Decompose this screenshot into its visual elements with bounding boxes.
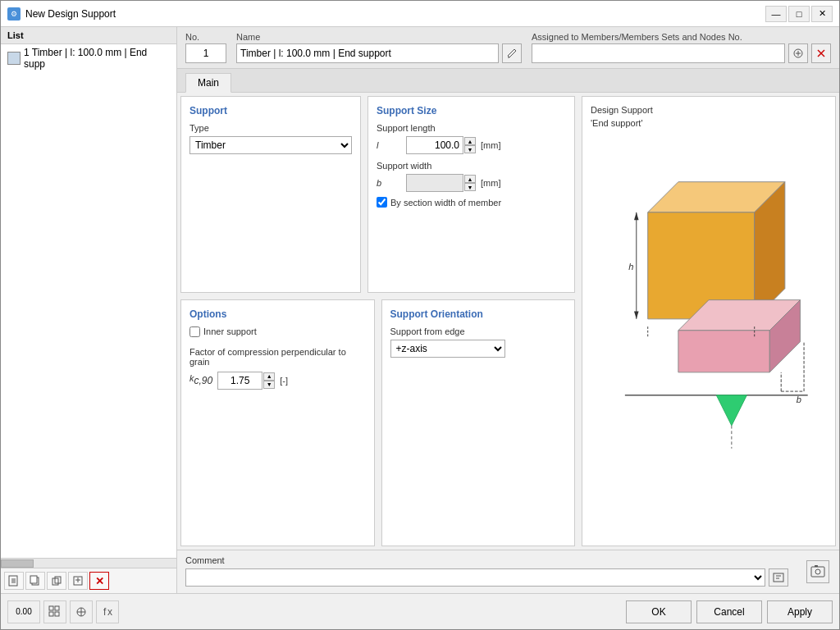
- list-scrollbar[interactable]: [1, 558, 176, 568]
- comment-edit-button[interactable]: [769, 568, 788, 587]
- main-content: List 1 Timber | l: 100.0 mm | End supp: [1, 27, 839, 593]
- kc-input[interactable]: [217, 372, 262, 390]
- edit-name-button[interactable]: [502, 43, 522, 63]
- svg-rect-42: [49, 606, 53, 610]
- assigned-select-button[interactable]: [788, 43, 808, 63]
- list-item-icon: [7, 52, 21, 65]
- length-row: l ▲ ▼ [mm]: [377, 136, 566, 154]
- type-label: Type: [189, 123, 352, 133]
- diagram-svg: h b: [602, 136, 815, 456]
- inner-support-label: Inner support: [203, 326, 257, 336]
- width-spinner: ▲ ▼: [464, 175, 476, 191]
- close-button[interactable]: ✕: [811, 6, 833, 22]
- l-label: l: [377, 140, 401, 150]
- length-down-button[interactable]: ▼: [464, 145, 476, 153]
- main-window: ⚙ New Design Support — □ ✕ List 1 Timber…: [0, 0, 840, 630]
- content-area: Support Type Timber Steel Concrete: [177, 93, 839, 550]
- title-controls: — □ ✕: [765, 6, 833, 22]
- comment-select[interactable]: [185, 568, 765, 587]
- top-section-row: Support Type Timber Steel Concrete: [177, 93, 578, 296]
- svg-rect-44: [49, 612, 53, 616]
- snap-button[interactable]: [70, 600, 93, 623]
- no-input[interactable]: [185, 43, 226, 63]
- cancel-button[interactable]: Cancel: [696, 600, 762, 623]
- new-item-button[interactable]: [4, 572, 24, 590]
- svg-text:h: h: [628, 262, 633, 272]
- kc-up-button[interactable]: ▲: [263, 372, 275, 381]
- grid-button[interactable]: [43, 600, 66, 623]
- top-fields: No. Name Assigned to Members/Members Set…: [177, 27, 839, 69]
- name-label: Name: [236, 32, 522, 42]
- coordinate-display[interactable]: 0.00: [7, 600, 40, 623]
- kc-spinner: ▲ ▼: [263, 372, 275, 389]
- factor-section: Factor of compression perpendicular to g…: [189, 347, 366, 390]
- list-item[interactable]: 1 Timber | l: 100.0 mm | End supp: [1, 44, 176, 72]
- no-field-group: No.: [185, 32, 226, 63]
- checkbox-row: By section width of member: [377, 197, 566, 208]
- options-section: Options Inner support Factor of compress…: [180, 299, 375, 546]
- bottom-row: Comment: [177, 550, 839, 593]
- inner-support-checkbox[interactable]: [189, 326, 200, 337]
- copy-button[interactable]: [47, 572, 66, 590]
- width-section-label: Support width: [377, 161, 566, 171]
- from-edge-select[interactable]: +z-axis -z-axis +y-axis -y-axis: [390, 340, 505, 358]
- by-section-label: By section width of member: [390, 198, 501, 208]
- diagram-title: Design Support: [591, 105, 827, 115]
- comment-row: [185, 568, 788, 587]
- list-item-label: 1 Timber | l: 100.0 mm | End supp: [24, 47, 170, 70]
- svg-text:x: x: [107, 606, 112, 618]
- function-button[interactable]: fx: [96, 600, 119, 623]
- options-title: Options: [189, 308, 366, 320]
- support-size-section: Support Size Support length l ▲ ▼: [368, 96, 575, 293]
- svg-marker-21: [678, 331, 769, 372]
- paste-button[interactable]: [68, 572, 88, 590]
- from-edge-label: Support from edge: [390, 326, 567, 336]
- kc-row: kc,90 ▲ ▼ [-]: [189, 372, 366, 390]
- kc-input-wrapper: ▲ ▼: [217, 372, 275, 390]
- apply-button[interactable]: Apply: [767, 600, 833, 623]
- svg-rect-36: [774, 573, 783, 582]
- length-up-button[interactable]: ▲: [464, 137, 476, 145]
- no-label: No.: [185, 32, 226, 42]
- delete-button[interactable]: ✕: [89, 572, 109, 590]
- width-input-wrapper: ▲ ▼: [406, 174, 476, 192]
- orientation-section: Support Orientation Support from edge +z…: [381, 299, 576, 546]
- width-input[interactable]: [406, 174, 463, 192]
- list-items: 1 Timber | l: 100.0 mm | End supp: [1, 44, 176, 558]
- diagram-panel: Design Support 'End support': [582, 96, 836, 546]
- duplicate-button[interactable]: [25, 572, 45, 590]
- orientation-title: Support Orientation: [390, 308, 567, 320]
- window-title: New Design Support: [25, 8, 116, 20]
- name-field-group: Name: [236, 32, 522, 63]
- tab-main[interactable]: Main: [185, 73, 231, 93]
- svg-marker-24: [634, 212, 639, 220]
- type-row: Timber Steel Concrete: [189, 136, 352, 154]
- length-input-wrapper: ▲ ▼: [406, 136, 476, 154]
- assigned-input[interactable]: [532, 43, 785, 63]
- assigned-label: Assigned to Members/Members Sets and Nod…: [532, 32, 831, 42]
- name-input[interactable]: [236, 43, 499, 63]
- svg-rect-5: [30, 576, 37, 583]
- form-panel: No. Name Assigned to Members/Members Set…: [177, 27, 839, 593]
- svg-marker-25: [634, 312, 639, 319]
- factor-label: Factor of compression perpendicular to g…: [189, 347, 366, 367]
- maximize-button[interactable]: □: [788, 6, 810, 22]
- width-row: b ▲ ▼ [mm]: [377, 174, 566, 192]
- type-select[interactable]: Timber Steel Concrete: [189, 136, 352, 154]
- app-icon: ⚙: [7, 7, 21, 21]
- assigned-group: Assigned to Members/Members Sets and Nod…: [532, 32, 831, 63]
- assigned-clear-button[interactable]: [811, 43, 831, 63]
- minimize-button[interactable]: —: [765, 6, 787, 22]
- bottom-bar: 0.00 fx OK Cancel Apply: [1, 593, 839, 629]
- width-up-button[interactable]: ▲: [464, 175, 476, 183]
- width-down-button[interactable]: ▼: [464, 183, 476, 191]
- diagram-subtitle: 'End support': [591, 118, 827, 128]
- svg-rect-41: [815, 565, 818, 567]
- photo-button[interactable]: [806, 560, 829, 583]
- length-input[interactable]: [406, 136, 463, 154]
- kc-down-button[interactable]: ▼: [263, 381, 275, 389]
- list-toolbar: ✕: [1, 568, 176, 593]
- by-section-checkbox[interactable]: [377, 197, 387, 208]
- dialog-buttons: OK Cancel Apply: [626, 600, 833, 623]
- ok-button[interactable]: OK: [626, 600, 692, 623]
